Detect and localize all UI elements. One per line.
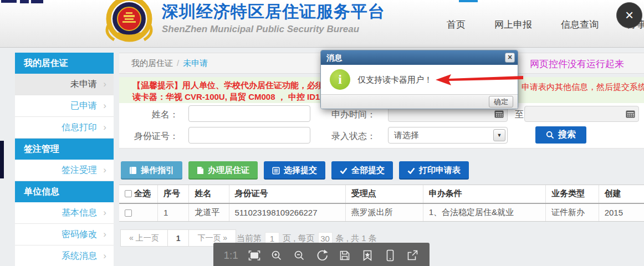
chevron-right-icon: ›	[103, 95, 106, 116]
notice-reader-label: 读卡器：	[132, 92, 166, 101]
calendar-icon[interactable]	[494, 110, 504, 118]
sidebar-item-applied[interactable]: 已申请 ›	[15, 95, 114, 117]
cropped-text-fragment	[31, 0, 43, 3]
info-icon: i	[330, 69, 350, 90]
action-toolbar: 操作指引 办理居住证 选择提交 全部提交 打印申请表	[121, 161, 469, 180]
close-button[interactable]: ×	[616, 2, 642, 28]
breadcrumb-current: 未申请	[183, 58, 208, 68]
guide-book-icon	[129, 166, 137, 175]
print-application-button[interactable]: 打印申请表	[399, 161, 469, 180]
chevron-right-icon: ›	[103, 117, 106, 138]
row-checkbox[interactable]	[125, 209, 132, 217]
nav-online-declaration[interactable]: 网上申报	[494, 18, 532, 31]
search-button[interactable]: 搜索	[535, 126, 586, 144]
date-range-to-label: 至	[515, 109, 524, 121]
check-icon	[407, 167, 415, 174]
page: 深圳经济特区居住证服务平台 ShenZhen Municipal Public …	[0, 0, 644, 266]
device-icon[interactable]	[384, 249, 397, 262]
actual-size-button[interactable]: 1:1	[223, 249, 238, 262]
cropped-text-fragment	[1, 0, 17, 3]
bookmark-icon[interactable]	[361, 249, 374, 262]
red-annotation-arrow	[436, 73, 524, 88]
cell-id-number: 511023198109266227	[229, 203, 345, 222]
dialog-message: 仅支持读卡器用户！	[357, 75, 432, 85]
check-icon	[340, 167, 347, 174]
operation-guide-button[interactable]: 操作指引	[121, 161, 182, 180]
cell-condition: 1、合法稳定居住&就业	[423, 203, 545, 222]
prev-page-button[interactable]: « 上一页	[120, 229, 168, 247]
cell-created: 2015	[599, 203, 644, 222]
chevron-right-icon: ›	[103, 74, 106, 95]
select-submit-button[interactable]: 选择提交	[264, 161, 325, 180]
dialog-footer: 确定	[321, 94, 518, 109]
sidebar-item-not-applied[interactable]: 未申请 ›	[15, 74, 114, 95]
chevron-right-icon: ›	[103, 202, 106, 223]
submit-all-button[interactable]: 全部提交	[331, 161, 393, 180]
cell-no: 1	[157, 203, 188, 222]
top-nav: 首页 网上申报 信息查询 办事	[447, 18, 644, 31]
cell-office: 燕罗派出所	[345, 203, 423, 222]
list-icon	[272, 167, 280, 175]
table-row: 1 龙道平 511023198109266227 燕罗派出所 1、合法稳定居住&…	[119, 203, 644, 222]
zoom-in-icon[interactable]	[270, 249, 283, 262]
applications-table: 全选 序号 姓名 身份证号 受理点 申办条件 业务类型 创建 1 龙道平 511…	[119, 185, 644, 222]
sidebar-item-info-print[interactable]: 信息打印 ›	[15, 117, 114, 139]
fit-screen-icon[interactable]	[248, 249, 261, 262]
ok-button[interactable]: 确定	[489, 96, 513, 108]
dialog-titlebar[interactable]: 消息 ×	[321, 50, 518, 65]
sidebar-section-my-permit: 我的居住证	[15, 53, 114, 74]
notice-line1-continued: 申请表内其他信息，然后提交系统进	[522, 82, 644, 93]
apply-permit-button[interactable]: 办理居住证	[188, 161, 258, 180]
id-number-label: 身份证号：	[125, 131, 178, 142]
sidebar-item-change-password[interactable]: 密码修改 ›	[15, 224, 114, 245]
sidebar-section-endorsement: 签注管理	[15, 139, 114, 160]
file-icon	[197, 166, 204, 175]
chevron-right-icon: ›	[103, 160, 106, 181]
cropped-text-fragment	[20, 0, 29, 3]
name-input[interactable]	[188, 105, 310, 122]
entry-status-label: 录入状态：	[331, 131, 376, 142]
select-all-checkbox[interactable]	[125, 190, 132, 197]
nav-info-query[interactable]: 信息查询	[561, 18, 599, 31]
share-icon[interactable]	[406, 249, 419, 262]
close-icon: ×	[508, 53, 512, 62]
active-tab-indicator	[459, 0, 478, 2]
page-number-button[interactable]: 1	[167, 229, 190, 247]
header: 深圳经济特区居住证服务平台 ShenZhen Municipal Public …	[0, 0, 644, 48]
notice-reader-models: 华视 CVR-100U, 昌贸 CM008 ， 中控 ID1	[166, 92, 320, 101]
sidebar-item-endorsement-acceptance[interactable]: 签注受理 ›	[15, 160, 114, 181]
table-header-row: 全选 序号 姓名 身份证号 受理点 申办条件 业务类型 创建	[119, 185, 644, 203]
sidebar-item-basic-info[interactable]: 基本信息 ›	[15, 202, 114, 224]
site-subtitle: ShenZhen Municipal Public Security Burea…	[162, 24, 385, 35]
entry-status-select[interactable]: 请选择 ▼	[388, 127, 508, 144]
nav-home[interactable]: 首页	[447, 18, 466, 31]
save-icon[interactable]	[338, 249, 351, 262]
cell-name: 龙道平	[189, 203, 229, 222]
police-badge-logo	[101, 0, 157, 44]
plugin-error-note: 网页控件没有运行起来	[530, 58, 624, 70]
breadcrumb-parent[interactable]: 我的居住证	[131, 58, 173, 68]
chevron-right-icon: ›	[103, 245, 106, 266]
sidebar-item-system-messages[interactable]: 系统消息 ›	[15, 245, 114, 266]
zoom-out-icon[interactable]	[293, 249, 306, 262]
viewer-toolbar: 1:1	[213, 243, 430, 266]
window-edge-artifact	[0, 141, 4, 178]
name-label: 姓名：	[132, 109, 178, 121]
chevron-down-icon[interactable]: ▼	[493, 129, 505, 141]
site-title: 深圳经济特区居住证服务平台	[162, 1, 385, 23]
notice-line1: 【温馨提示】用人单位、学校代办居住证功能，必须	[132, 80, 324, 90]
id-number-input[interactable]	[188, 127, 310, 144]
dialog-title: 消息	[326, 53, 342, 62]
calendar-icon[interactable]	[626, 110, 635, 118]
cell-business-type: 证件新办	[545, 203, 599, 222]
apply-time-label: 申办时间：	[331, 109, 376, 121]
sidebar: 我的居住证 未申请 › 已申请 › 信息打印 › 签注管理 签注受理 › 单位信…	[15, 53, 114, 266]
rotate-icon[interactable]	[315, 249, 329, 262]
sidebar-section-unit-info: 单位信息	[15, 181, 114, 202]
search-icon	[546, 131, 554, 139]
date-to-input[interactable]	[524, 106, 639, 122]
dialog-close-button[interactable]: ×	[505, 53, 515, 63]
close-icon: ×	[625, 7, 633, 24]
chevron-right-icon: ›	[103, 224, 106, 245]
